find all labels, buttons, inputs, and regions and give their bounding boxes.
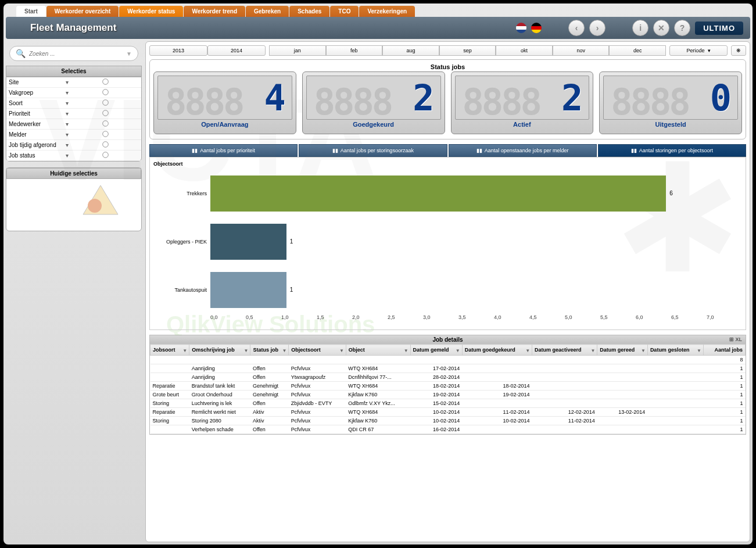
x-tick: 1,0 xyxy=(281,314,317,320)
cell-status: Offen xyxy=(250,373,289,382)
table-row[interactable]: ReparatieRemlicht werkt nietAktivPcfvlvu… xyxy=(151,408,746,417)
table-row[interactable]: StoringStoring 2080AktivPcfvlvuxKjkfaw K… xyxy=(151,417,746,425)
table-row[interactable]: AanrijdingOffenYtwxagrapoufzDcnfihhifqov… xyxy=(151,373,746,382)
selectie-radio[interactable] xyxy=(102,89,108,95)
selectie-radio[interactable] xyxy=(102,141,108,147)
cell-geactiveerd xyxy=(532,391,597,399)
search-input[interactable]: 🔍 ▼ xyxy=(9,46,138,61)
table-header[interactable]: Jobsoort▼ xyxy=(151,345,189,356)
x-tick: 5,5 xyxy=(600,314,636,320)
x-tick: 3,5 xyxy=(458,314,494,320)
selectie-row[interactable]: Site▾ xyxy=(6,77,141,88)
chevron-down-icon[interactable]: ▾ xyxy=(66,121,71,127)
table-row[interactable]: Verhelpen schadeOffenPcfvlvuxQDI CR 6716… xyxy=(151,425,746,434)
status-card: 88884Open/Aanvraag xyxy=(153,71,296,134)
table-header[interactable]: Status job▼ xyxy=(250,345,289,356)
selectie-row[interactable]: Job status▾ xyxy=(6,151,141,161)
selectie-row[interactable]: Job tijdig afgerond▾ xyxy=(6,140,141,151)
month-sep[interactable]: sep xyxy=(439,45,496,56)
table-header[interactable]: Datum gemeld▼ xyxy=(410,345,462,356)
chart-tab[interactable]: ▮▮ Aantal storingen per objectsoort xyxy=(598,144,746,157)
month-okt[interactable]: okt xyxy=(496,45,553,56)
tab-gebreken[interactable]: Gebreken xyxy=(246,6,289,17)
x-tick: 2,5 xyxy=(388,314,423,320)
tab-werkorder-overzicht[interactable]: Werkorder overzicht xyxy=(46,6,119,17)
chart-tab[interactable]: ▮▮ Aantal openstaande jobs per melder xyxy=(449,144,597,157)
periode-select[interactable]: Periode ▾ xyxy=(669,45,728,56)
x-tick: 3,0 xyxy=(423,314,458,320)
flag-de-icon[interactable] xyxy=(531,23,542,33)
table-row[interactable]: ReparatieBrandstof tank lektGenehmigtPcf… xyxy=(151,382,746,391)
selectie-label: Medewerker xyxy=(9,121,66,127)
year-2014[interactable]: 2014 xyxy=(207,45,266,56)
selectie-row[interactable]: Soort▾ xyxy=(6,98,141,109)
cell-aantal: 1 xyxy=(703,425,745,434)
close-button[interactable]: ✕ xyxy=(653,20,669,36)
tab-werkorder-trend[interactable]: Werkorder trend xyxy=(184,6,245,17)
chevron-down-icon[interactable]: ▾ xyxy=(66,110,71,117)
chevron-down-icon[interactable]: ▾ xyxy=(66,100,71,106)
nav-forward-button[interactable]: › xyxy=(589,20,605,36)
export-xl-button[interactable]: ⊞ XL xyxy=(729,336,742,342)
table-header[interactable]: Datum geactiveerd▼ xyxy=(532,345,597,356)
tab-tco[interactable]: TCO xyxy=(330,6,359,17)
gear-icon[interactable]: ❋ xyxy=(731,45,746,56)
info-button[interactable]: i xyxy=(632,20,648,36)
chart-title: Objectsoort xyxy=(153,161,742,167)
chart-tab[interactable]: ▮▮ Aantal jobs per storingsoorzaak xyxy=(299,144,447,157)
selectie-radio[interactable] xyxy=(102,78,108,84)
table-header[interactable]: Datum gereed▼ xyxy=(597,345,648,356)
chevron-down-icon[interactable]: ▾ xyxy=(66,142,71,148)
selectie-label: Job status xyxy=(9,152,66,159)
flag-nl-icon[interactable] xyxy=(516,23,526,33)
cell-object: Kjkfaw K760 xyxy=(346,417,410,425)
selectie-radio[interactable] xyxy=(102,131,108,137)
cell-jobsoort xyxy=(151,373,189,382)
bar-chart-icon: ▮▮ xyxy=(192,148,198,153)
table-row[interactable]: StoringLuchtvering is lekOffenZbjidvddb … xyxy=(151,399,746,408)
chart-tab[interactable]: ▮▮ Aantal jobs per prioriteit xyxy=(149,144,298,157)
selectie-row[interactable]: Prioriteit▾ xyxy=(6,109,141,119)
table-header[interactable]: Objectsoort▼ xyxy=(289,345,346,356)
help-button[interactable]: ? xyxy=(674,20,690,36)
nav-back-button[interactable]: ‹ xyxy=(568,20,585,36)
selectie-radio[interactable] xyxy=(102,110,108,116)
cell-status: Aktiv xyxy=(250,417,289,425)
chevron-down-icon[interactable]: ▾ xyxy=(66,131,71,138)
table-header[interactable]: Aantal jobs▼ xyxy=(703,345,745,356)
tab-verzekeringen[interactable]: Verzekeringen xyxy=(359,6,415,17)
month-aug[interactable]: aug xyxy=(382,45,439,56)
sort-icon: ▼ xyxy=(525,348,530,353)
sort-icon: ▼ xyxy=(641,348,646,353)
selectie-radio[interactable] xyxy=(102,120,108,126)
selectie-radio[interactable] xyxy=(102,152,108,157)
table-row[interactable]: Grote beurtGroot OnderhoudGenehmigtPcfvl… xyxy=(151,391,746,399)
month-feb[interactable]: feb xyxy=(326,45,383,56)
tab-schades[interactable]: Schades xyxy=(289,6,329,17)
tab-start[interactable]: Start xyxy=(16,6,46,17)
cell-aantal: 1 xyxy=(703,408,745,417)
table-row[interactable]: AanrijdingOffenPcfvlvuxWTQ XH68417-02-20… xyxy=(151,364,746,373)
sort-icon: ▼ xyxy=(182,348,187,353)
month-nov[interactable]: nov xyxy=(553,45,610,56)
selectie-row[interactable]: Medewerker▾ xyxy=(6,119,141,130)
table-header[interactable]: Datum goedgekeurd▼ xyxy=(462,345,532,356)
table-header[interactable]: Omschrijving job▼ xyxy=(189,345,250,356)
x-tick: 6,5 xyxy=(671,314,707,320)
selectie-radio[interactable] xyxy=(102,99,108,105)
bar-category-label: Trekkers xyxy=(153,191,209,196)
total-value: 8 xyxy=(703,356,745,364)
cell-aantal: 1 xyxy=(703,399,745,408)
chevron-down-icon[interactable]: ▾ xyxy=(66,152,71,159)
month-jan[interactable]: jan xyxy=(269,45,326,56)
year-2013[interactable]: 2013 xyxy=(149,45,207,56)
table-header[interactable]: Object▼ xyxy=(346,345,410,356)
chevron-down-icon[interactable]: ▾ xyxy=(66,89,71,96)
chevron-down-icon[interactable]: ▾ xyxy=(66,79,71,85)
tab-werkorder-status[interactable]: Werkorder status xyxy=(119,6,183,17)
month-dec[interactable]: dec xyxy=(609,45,666,56)
cell-gemeld: 28-02-2014 xyxy=(410,373,462,382)
table-header[interactable]: Datum gesloten▼ xyxy=(647,345,703,356)
selectie-row[interactable]: Vakgroep▾ xyxy=(6,88,141,98)
selectie-row[interactable]: Melder▾ xyxy=(6,130,141,140)
